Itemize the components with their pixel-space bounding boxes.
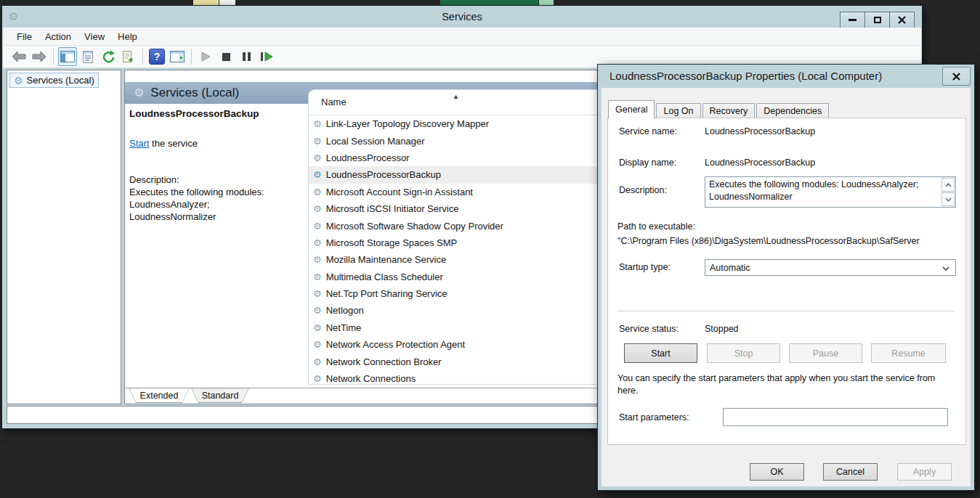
back-icon: [12, 51, 26, 62]
restart-icon: [261, 52, 273, 62]
menu-action[interactable]: Action: [39, 29, 78, 44]
description-textbox[interactable]: Executes the following modules: Loudness…: [705, 176, 956, 208]
start-service-link[interactable]: Start: [129, 138, 149, 149]
minimize-icon: [849, 19, 857, 21]
resume-button[interactable]: Resume: [871, 343, 946, 363]
export-list-button[interactable]: [119, 47, 138, 66]
minimize-button[interactable]: [840, 12, 865, 28]
show-action-pane-button[interactable]: [168, 47, 187, 66]
maximize-button[interactable]: [864, 12, 890, 28]
gear-icon: ⚙: [134, 87, 144, 99]
gear-icon: ⚙: [313, 119, 322, 128]
service-name: Link-Layer Topology Discovery Mapper: [326, 118, 489, 129]
background-window-fragment: [440, 0, 538, 5]
service-name: Local Session Manager: [326, 136, 425, 147]
gear-icon: ⚙: [313, 272, 322, 282]
gear-icon: ⚙: [313, 238, 322, 248]
chevron-up-icon: [945, 183, 952, 187]
gear-icon: ⚙: [313, 187, 322, 197]
forward-icon: [32, 51, 46, 62]
start-parameters-input[interactable]: [723, 408, 948, 426]
close-icon: [952, 73, 960, 81]
pause-button[interactable]: Pause: [789, 343, 862, 363]
service-name: Netlogon: [326, 305, 364, 316]
cancel-button[interactable]: Cancel: [823, 463, 878, 481]
service-name: Microsoft Storage Spaces SMP: [326, 237, 458, 248]
refresh-icon: [102, 50, 115, 63]
start-button[interactable]: Start: [624, 343, 697, 363]
action-pane-icon: [170, 51, 185, 62]
selected-service-title: LoudnessProcessorBackup: [129, 108, 304, 119]
help-button[interactable]: ?: [147, 47, 166, 66]
description-label: Description:: [619, 185, 667, 195]
refresh-button[interactable]: [99, 47, 118, 66]
tab-log-on[interactable]: Log On: [656, 103, 700, 118]
startup-type-dropdown[interactable]: Automatic: [705, 259, 956, 276]
chevron-down-icon: [942, 266, 949, 271]
apply-button[interactable]: Apply: [897, 463, 952, 481]
menu-view[interactable]: View: [78, 29, 111, 44]
properties-icon: [82, 51, 94, 63]
dialog-tab-strip: General Log On Recovery Dependencies: [608, 101, 830, 118]
task-pane: LoudnessProcessorBackup Start the servic…: [129, 108, 304, 224]
service-name-value: LoudnessProcessorBackup: [705, 126, 815, 136]
gear-icon: ⚙: [313, 289, 322, 298]
start-service-button[interactable]: [196, 47, 215, 66]
pause-service-button[interactable]: [237, 47, 256, 66]
service-name: Net.Tcp Port Sharing Service: [326, 288, 448, 299]
sort-ascending-icon: ▲: [453, 93, 459, 100]
service-name: Microsoft iSCSI Initiator Service: [326, 203, 459, 214]
scroll-up-button[interactable]: [941, 178, 955, 192]
service-name: Microsoft Account Sign-in Assistant: [326, 187, 473, 197]
tab-general[interactable]: General: [608, 100, 655, 118]
service-name: Network Connections: [326, 373, 416, 384]
console-tree-panel: ⚙ Services (Local): [7, 70, 121, 404]
column-name-label: Name: [321, 97, 347, 107]
gear-icon: ⚙: [313, 136, 322, 146]
background-window-fragment: [539, 0, 554, 5]
close-icon: [898, 16, 906, 24]
close-button[interactable]: [889, 12, 915, 28]
desktop-background: ⚙ Services File Action View Help: [0, 0, 980, 498]
ok-button[interactable]: OK: [750, 463, 804, 481]
service-name: Network Access Protection Agent: [326, 339, 465, 350]
titlebar[interactable]: ⚙ Services: [2, 6, 922, 28]
properties-button[interactable]: [78, 47, 97, 66]
gear-icon: ⚙: [313, 221, 322, 231]
stop-icon: [222, 53, 230, 61]
help-icon: ?: [149, 49, 165, 65]
service-name: LoudnessProcessorBackup: [326, 169, 441, 180]
show-console-tree-button[interactable]: [58, 47, 77, 66]
gear-icon: ⚙: [313, 340, 322, 349]
service-description: Description: Executes the following modu…: [129, 174, 304, 224]
service-name: LoudnessProcessor: [326, 152, 410, 163]
stop-service-button[interactable]: [216, 47, 235, 66]
menu-help[interactable]: Help: [111, 29, 144, 44]
gear-icon: ⚙: [313, 170, 322, 179]
service-name: NetTime: [326, 322, 362, 333]
menu-bar: File Action View Help: [3, 28, 921, 46]
tab-extended[interactable]: Extended: [129, 388, 190, 403]
menu-file[interactable]: File: [10, 29, 39, 44]
tree-item-services-local[interactable]: ⚙ Services (Local): [9, 73, 99, 88]
display-name-label: Display name:: [619, 158, 676, 168]
toolbar-separator: [142, 49, 143, 65]
console-tree-icon: [60, 51, 75, 62]
back-button[interactable]: [9, 47, 28, 66]
gear-icon: ⚙: [313, 357, 322, 367]
scroll-down-button[interactable]: [941, 192, 955, 206]
properties-dialog: LoudnessProcessorBackup Properties (Loca…: [597, 64, 975, 491]
tab-dependencies[interactable]: Dependencies: [756, 103, 829, 118]
general-tab-page: Service name: LoudnessProcessorBackup Di…: [607, 118, 966, 445]
description-text: Executes the following modules: Loudness…: [709, 179, 918, 202]
startup-type-label: Startup type:: [619, 262, 671, 272]
separator: [617, 311, 955, 312]
restart-service-button[interactable]: [257, 47, 276, 66]
tab-standard[interactable]: Standard: [191, 388, 249, 403]
chevron-down-icon: [945, 197, 952, 202]
tab-recovery[interactable]: Recovery: [702, 103, 756, 118]
stop-button[interactable]: Stop: [707, 343, 780, 363]
dialog-titlebar[interactable]: LoudnessProcessorBackup Properties (Loca…: [598, 65, 974, 88]
dialog-close-button[interactable]: [942, 67, 971, 86]
forward-button[interactable]: [30, 47, 49, 66]
